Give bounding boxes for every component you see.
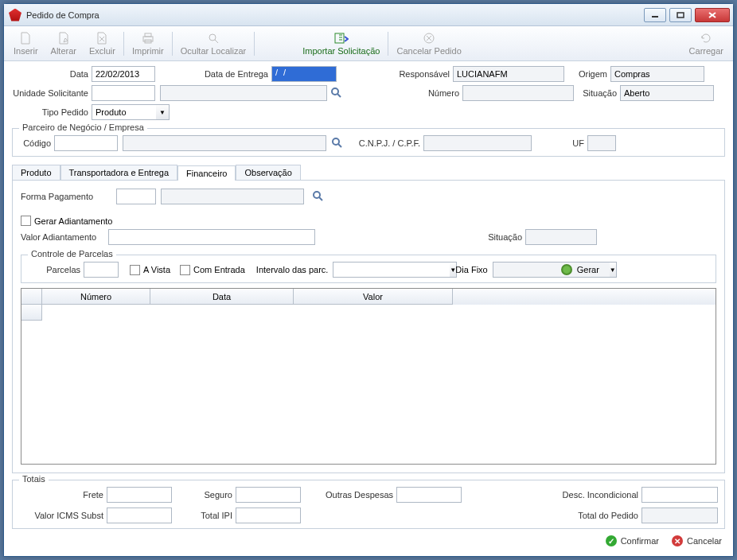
valor-adiantamento-label: Valor Adiantamento: [21, 232, 108, 242]
gerar-button[interactable]: Gerar: [577, 265, 599, 274]
com-entrada-checkbox[interactable]: [180, 265, 190, 275]
parcelas-grid[interactable]: Número Data Valor: [21, 288, 716, 465]
financeiro-panel: Forma Pagamento Gerar Adiantamento Valor…: [12, 180, 725, 473]
window-title: Pedido de Compra: [26, 10, 644, 20]
cnpj-field: [423, 135, 532, 151]
parceiro-legend: Parceiro de Negócio / Empresa: [19, 122, 147, 132]
svg-line-16: [337, 94, 341, 97]
data-entrega-field[interactable]: / /: [271, 66, 337, 82]
inserir-button[interactable]: Inserir: [7, 28, 45, 60]
importar-solicitacao-button[interactable]: Importar Solicitação: [296, 28, 386, 60]
totais-group: Totais Frete Seguro Outras Despesas Desc…: [12, 480, 725, 529]
avista-checkbox[interactable]: [130, 265, 140, 275]
data-field[interactable]: [92, 66, 155, 82]
grid-col-data[interactable]: Data: [150, 289, 294, 305]
search-icon: [206, 31, 220, 45]
svg-line-18: [338, 144, 341, 147]
uf-label: UF: [532, 138, 587, 148]
toolbar-separator: [172, 32, 173, 56]
unidade-name-field: [160, 85, 327, 101]
tipo-pedido-combo[interactable]: ▼: [92, 104, 170, 120]
unidade-code-field[interactable]: [92, 85, 155, 101]
gerar-adiantamento-label: Gerar Adiantamento: [34, 216, 112, 226]
parcelas-row: Parcelas A Vista Com Entrada Intervalo d…: [28, 262, 709, 278]
controle-parcelas-legend: Controle de Parcelas: [28, 249, 116, 259]
cancelar-button[interactable]: ✕ Cancelar: [672, 535, 722, 546]
toolbtn-label: Carregar: [689, 46, 723, 56]
seguro-field[interactable]: [236, 487, 301, 503]
diafixo-combo[interactable]: ▼: [493, 262, 548, 278]
page-delete-icon: [95, 31, 109, 45]
situacao-adiant-field: [525, 229, 597, 245]
reload-icon: [699, 31, 713, 45]
ocultar-localizar-button[interactable]: Ocultar Localizar: [174, 28, 253, 60]
imprimir-button[interactable]: Imprimir: [126, 28, 170, 60]
seguro-label: Seguro: [172, 490, 236, 500]
cancelar-label: Cancelar: [687, 536, 722, 546]
intervalo-combo[interactable]: ▼: [333, 262, 444, 278]
tab-financeiro[interactable]: Financeiro: [177, 165, 236, 181]
search-icon[interactable]: [330, 87, 343, 99]
desc-incondicional-label: Desc. Incondicional: [546, 490, 641, 500]
codigo-field[interactable]: [54, 135, 118, 151]
gear-icon: [561, 264, 572, 275]
outras-despesas-field[interactable]: [396, 487, 462, 503]
frete-label: Frete: [19, 490, 107, 500]
desc-incondicional-field[interactable]: [641, 487, 718, 503]
close-button[interactable]: [695, 8, 730, 22]
confirmar-label: Confirmar: [621, 536, 659, 546]
intervalo-value[interactable]: [333, 262, 450, 278]
forma-pagamento-name: [161, 189, 304, 204]
intervalo-label: Intervalo das parc.: [256, 265, 329, 274]
tipo-pedido-value[interactable]: [92, 104, 156, 120]
uf-field: [587, 135, 616, 151]
app-icon: [9, 9, 21, 21]
grid-col-numero[interactable]: Número: [42, 289, 150, 305]
parceiro-nome-field: [123, 135, 326, 151]
valor-adiantamento-row: Valor Adiantamento Situação: [21, 229, 716, 245]
svg-point-19: [314, 192, 320, 198]
totais-row-2: Valor ICMS Subst Total IPI Total do Pedi…: [19, 508, 718, 523]
totalipi-field[interactable]: [236, 508, 301, 523]
com-entrada-label: Com Entrada: [193, 265, 245, 274]
grid-col-valor[interactable]: Valor: [294, 289, 453, 305]
situacao-adiant-label: Situação: [478, 232, 525, 242]
totais-row-1: Frete Seguro Outras Despesas Desc. Incon…: [19, 487, 718, 503]
toolbtn-label: Alterar: [51, 46, 76, 56]
situacao-label: Situação: [574, 88, 620, 98]
parcelas-field[interactable]: [84, 262, 119, 278]
data-entrega-label: Data de Entrega: [155, 69, 271, 79]
confirmar-button[interactable]: ✓ Confirmar: [606, 535, 659, 546]
maximize-button[interactable]: [669, 8, 692, 22]
tab-produto[interactable]: Produto: [12, 165, 60, 180]
excluir-button[interactable]: Excluir: [83, 28, 122, 60]
frete-field[interactable]: [107, 487, 172, 503]
titlebar: Pedido de Compra: [4, 4, 733, 26]
tab-observacao[interactable]: Observação: [236, 165, 300, 180]
chevron-down-icon[interactable]: ▼: [610, 262, 617, 278]
icms-field[interactable]: [107, 508, 172, 523]
carregar-button[interactable]: Carregar: [683, 28, 730, 60]
search-icon[interactable]: [312, 190, 325, 203]
chevron-down-icon[interactable]: ▼: [156, 104, 170, 120]
cancelar-pedido-button[interactable]: Cancelar Pedido: [390, 28, 467, 60]
diafixo-label: Dia Fixo: [455, 265, 487, 274]
svg-rect-7: [145, 33, 151, 37]
search-icon[interactable]: [331, 137, 344, 150]
forma-pagamento-code[interactable]: [116, 189, 156, 204]
valor-adiantamento-field[interactable]: [108, 229, 315, 245]
toolbar-separator: [388, 32, 388, 56]
gerar-adiantamento-checkbox[interactable]: [21, 216, 31, 226]
alterar-button[interactable]: Alterar: [45, 28, 83, 60]
toolbtn-label: Excluir: [89, 46, 115, 56]
header-row-3: Tipo Pedido ▼: [12, 104, 725, 120]
header-row-1: Data Data de Entrega / / Responsável Ori…: [12, 66, 725, 82]
situacao-field: [620, 85, 714, 101]
cnpj-label: C.N.P.J. / C.P.F.: [344, 138, 423, 148]
minimize-button[interactable]: [644, 8, 666, 22]
tabs: Produto Transportadora e Entrega Finance…: [12, 165, 725, 180]
toolbtn-label: Ocultar Localizar: [181, 46, 247, 56]
tab-transportadora[interactable]: Transportadora e Entrega: [60, 165, 178, 180]
toolbar: Inserir Alterar Excluir Imprimir O: [4, 26, 733, 61]
toolbar-separator: [123, 32, 124, 56]
